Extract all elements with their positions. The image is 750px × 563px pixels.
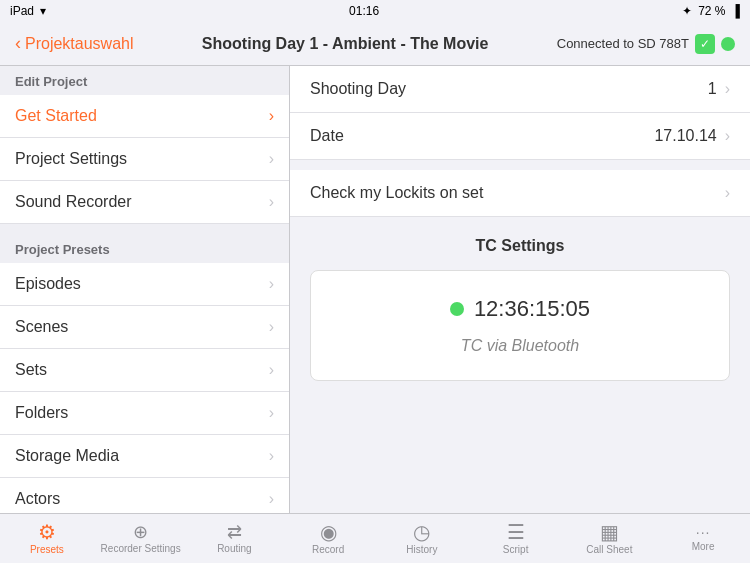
- project-settings-label: Project Settings: [15, 150, 127, 168]
- tc-active-dot: [450, 302, 464, 316]
- connection-dot: [721, 37, 735, 51]
- chevron-icon: ›: [269, 490, 274, 508]
- chevron-icon: ›: [269, 275, 274, 293]
- check-lockits-row[interactable]: Check my Lockits on set ›: [290, 170, 750, 217]
- folders-label: Folders: [15, 404, 68, 422]
- tab-recorder-settings[interactable]: ⊕ Recorder Settings: [94, 514, 188, 563]
- chevron-icon: ›: [725, 127, 730, 145]
- chevron-icon: ›: [269, 193, 274, 211]
- scenes-label: Scenes: [15, 318, 68, 336]
- actors-label: Actors: [15, 490, 60, 508]
- call-sheet-icon: ▦: [600, 522, 619, 542]
- sidebar: Edit Project Get Started › Project Setti…: [0, 66, 290, 513]
- chevron-icon: ›: [269, 107, 274, 125]
- content-area: Shooting Day 1 › Date 17.10.14 › Check m…: [290, 66, 750, 513]
- status-bar: iPad ▾ 01:16 ✦ 72 % ▐: [0, 0, 750, 22]
- check-lockits-label: Check my Lockits on set: [310, 184, 483, 202]
- status-time: 01:16: [349, 4, 379, 18]
- sidebar-item-scenes[interactable]: Scenes ›: [0, 306, 289, 349]
- presets-label: Presets: [30, 544, 64, 555]
- back-button[interactable]: ‹ Projektauswahl: [15, 33, 134, 54]
- device-label: iPad: [10, 4, 34, 18]
- back-label: Projektauswahl: [25, 35, 134, 53]
- recorder-settings-icon: ⊕: [133, 523, 148, 541]
- tab-script[interactable]: ☰ Script: [469, 514, 563, 563]
- recorder-settings-label: Recorder Settings: [101, 543, 181, 554]
- tc-settings-box: 12:36:15:05 TC via Bluetooth: [310, 270, 730, 381]
- sidebar-item-episodes[interactable]: Episodes ›: [0, 263, 289, 306]
- date-row[interactable]: Date 17.10.14 ›: [290, 113, 750, 160]
- tab-history[interactable]: ◷ History: [375, 514, 469, 563]
- chevron-icon: ›: [725, 184, 730, 202]
- sets-label: Sets: [15, 361, 47, 379]
- project-presets-header: Project Presets: [0, 234, 289, 263]
- main-layout: Edit Project Get Started › Project Setti…: [0, 66, 750, 513]
- sidebar-item-project-settings[interactable]: Project Settings ›: [0, 138, 289, 181]
- more-icon: ···: [696, 525, 711, 539]
- date-value: 17.10.14: [654, 127, 716, 145]
- chevron-icon: ›: [269, 447, 274, 465]
- routing-label: Routing: [217, 543, 251, 554]
- record-label: Record: [312, 544, 344, 555]
- tc-settings-section: TC Settings 12:36:15:05 TC via Bluetooth: [290, 217, 750, 401]
- shooting-day-label: Shooting Day: [310, 80, 406, 98]
- date-value-group: 17.10.14 ›: [654, 127, 730, 145]
- sidebar-item-sound-recorder[interactable]: Sound Recorder ›: [0, 181, 289, 224]
- call-sheet-label: Call Sheet: [586, 544, 632, 555]
- tc-via-label: TC via Bluetooth: [461, 337, 579, 355]
- tab-call-sheet[interactable]: ▦ Call Sheet: [563, 514, 657, 563]
- chevron-icon: ›: [269, 318, 274, 336]
- tc-settings-title: TC Settings: [310, 237, 730, 255]
- script-icon: ☰: [507, 522, 525, 542]
- tc-time-value: 12:36:15:05: [474, 296, 590, 322]
- sidebar-item-folders[interactable]: Folders ›: [0, 392, 289, 435]
- connection-label: Connected to SD 788T: [557, 36, 689, 51]
- chevron-icon: ›: [269, 361, 274, 379]
- tab-routing[interactable]: ⇄ Routing: [188, 514, 282, 563]
- tab-more[interactable]: ··· More: [656, 514, 750, 563]
- shooting-day-row[interactable]: Shooting Day 1 ›: [290, 66, 750, 113]
- history-label: History: [406, 544, 437, 555]
- chevron-icon: ›: [269, 404, 274, 422]
- record-icon: ◉: [320, 522, 337, 542]
- presets-icon: ⚙: [38, 522, 56, 542]
- more-label: More: [692, 541, 715, 552]
- script-label: Script: [503, 544, 529, 555]
- get-started-label: Get Started: [15, 107, 97, 125]
- battery-label: 72 %: [698, 4, 725, 18]
- sidebar-item-sets[interactable]: Sets ›: [0, 349, 289, 392]
- routing-icon: ⇄: [227, 523, 242, 541]
- checkmark-icon: ✓: [695, 34, 715, 54]
- tc-time-display: 12:36:15:05: [450, 296, 590, 322]
- date-label: Date: [310, 127, 344, 145]
- battery-icon: ▐: [731, 4, 740, 18]
- back-arrow-icon: ‹: [15, 33, 21, 54]
- tab-bar: ⚙ Presets ⊕ Recorder Settings ⇄ Routing …: [0, 513, 750, 563]
- shooting-day-value: 1: [708, 80, 717, 98]
- tab-presets[interactable]: ⚙ Presets: [0, 514, 94, 563]
- tab-record[interactable]: ◉ Record: [281, 514, 375, 563]
- wifi-icon: ▾: [40, 4, 46, 18]
- section-divider: [0, 224, 289, 234]
- history-icon: ◷: [413, 522, 430, 542]
- chevron-icon: ›: [269, 150, 274, 168]
- shooting-day-value-group: 1 ›: [708, 80, 730, 98]
- storage-media-label: Storage Media: [15, 447, 119, 465]
- sidebar-item-actors[interactable]: Actors ›: [0, 478, 289, 513]
- bluetooth-icon: ✦: [682, 4, 692, 18]
- episodes-label: Episodes: [15, 275, 81, 293]
- navigation-bar: ‹ Projektauswahl Shooting Day 1 - Ambien…: [0, 22, 750, 66]
- connection-status: Connected to SD 788T ✓: [557, 34, 735, 54]
- edit-project-header: Edit Project: [0, 66, 289, 95]
- nav-title: Shooting Day 1 - Ambient - The Movie: [134, 35, 557, 53]
- sound-recorder-label: Sound Recorder: [15, 193, 132, 211]
- sidebar-item-get-started[interactable]: Get Started ›: [0, 95, 289, 138]
- sidebar-item-storage-media[interactable]: Storage Media ›: [0, 435, 289, 478]
- chevron-icon: ›: [725, 80, 730, 98]
